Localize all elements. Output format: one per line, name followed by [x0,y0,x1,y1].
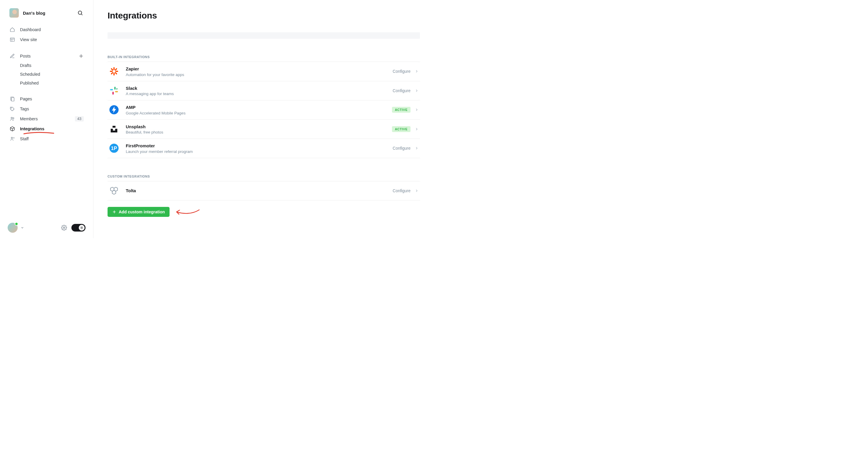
nav-label: Tags [20,106,29,111]
sidebar-footer [0,223,93,233]
settings-button[interactable] [61,225,67,231]
nav-integrations[interactable]: Integrations [5,124,88,134]
sun-icon [80,226,84,230]
nav-dashboard[interactable]: Dashboard [5,25,88,35]
nav-label: View site [20,37,37,42]
chevron-right-icon [414,146,419,150]
nav-pages[interactable]: Pages [5,94,88,104]
svg-point-0 [78,11,82,14]
pages-icon [9,96,15,102]
firstpromoter-icon: 1P [109,143,119,154]
nav: Dashboard View site Posts Drafts [0,25,93,150]
configure-link[interactable]: Configure [393,69,410,74]
nav-tags[interactable]: Tags [5,104,88,114]
svg-line-18 [83,229,83,229]
site-avatar [9,8,19,18]
members-count-badge: 43 [75,116,84,122]
search-icon [77,10,83,16]
integration-unsplash[interactable]: Unsplash Beautiful, free photos ACTIVE [107,120,420,139]
nav-published[interactable]: Published [5,79,88,88]
nav-scheduled[interactable]: Scheduled [5,70,88,79]
svg-text:1P: 1P [111,145,117,151]
nav-members[interactable]: Members 43 [5,114,88,124]
svg-rect-29 [111,68,114,71]
nav-label: Pages [20,97,32,101]
svg-rect-23 [114,67,115,70]
svg-line-22 [83,227,83,227]
nav-view-site[interactable]: View site [5,35,88,45]
add-custom-integration-button[interactable]: Add custom integration [107,207,169,217]
integration-zapier[interactable]: Zapier Automation for your favorite apps… [107,62,420,81]
svg-rect-36 [113,126,116,128]
configure-link[interactable]: Configure [393,189,410,193]
staff-icon [9,136,15,142]
svg-point-12 [11,137,12,139]
svg-line-21 [81,229,81,229]
integration-name: AMP [126,104,392,110]
nav-label: Published [20,81,39,86]
svg-rect-8 [11,98,14,101]
add-button-label: Add custom integration [119,209,165,214]
svg-rect-27 [115,68,118,71]
svg-line-17 [81,227,81,227]
nav-posts[interactable]: Posts [5,51,88,61]
tag-icon [9,106,15,112]
svg-line-1 [82,14,83,15]
svg-rect-32 [115,91,118,92]
integration-name: FirstPromoter [126,143,393,149]
filter-bar[interactable] [107,32,420,39]
amp-icon [109,104,119,115]
svg-point-10 [11,117,12,119]
integration-firstpromoter[interactable]: 1P FirstPromoter Launch your member refe… [107,139,420,158]
user-menu[interactable] [8,223,24,233]
sidebar: Dan's blog Dashboard View site [0,0,93,238]
box-icon [9,126,15,132]
annotation-arrow [174,207,201,216]
nav-label: Integrations [20,127,44,131]
custom-section-label: Custom integrations [107,175,420,178]
chevron-right-icon [414,189,419,193]
gear-icon [61,225,67,231]
user-avatar [8,223,18,233]
builtin-section-label: Built-in integrations [107,55,420,59]
integration-desc: A messaging app for teams [126,92,393,96]
integration-desc: Automation for your favorite apps [126,72,393,77]
svg-rect-34 [110,89,113,90]
integration-amp[interactable]: AMP Google Accelerated Mobile Pages ACTI… [107,100,420,120]
new-post-button[interactable] [79,54,84,59]
nav-label: Scheduled [20,72,40,77]
zapier-icon [109,66,119,77]
custom-integration-list: Tolta Configure [107,181,420,200]
plus-icon [112,210,116,214]
nav-label: Drafts [20,63,31,68]
svg-rect-28 [111,72,114,75]
chevron-right-icon [414,89,419,93]
svg-point-13 [63,227,65,229]
svg-point-9 [11,108,12,108]
nav-label: Dashboard [20,27,41,32]
chevron-right-icon [414,69,419,73]
svg-rect-2 [10,38,14,41]
nav-staff[interactable]: Staff [5,134,88,144]
search-button[interactable] [77,9,84,16]
configure-link[interactable]: Configure [393,146,410,150]
integration-name: Tolta [126,188,393,194]
configure-link[interactable]: Configure [393,88,410,93]
svg-rect-25 [110,71,113,72]
builtin-integration-list: Zapier Automation for your favorite apps… [107,62,420,158]
nav-drafts[interactable]: Drafts [5,61,88,70]
main-content: Integrations Built-in integrations Zapie… [93,0,434,238]
site-selector[interactable]: Dan's blog [9,8,45,18]
nav-label: Posts [20,54,31,58]
svg-rect-24 [114,73,115,76]
integration-tolta[interactable]: Tolta Configure [107,181,420,200]
chevron-right-icon [414,108,419,112]
slack-icon [109,86,119,96]
svg-point-14 [81,227,83,229]
members-icon [9,116,15,122]
integration-name: Zapier [126,66,393,72]
theme-toggle[interactable] [71,224,86,232]
custom-integration-icon [109,185,119,196]
integration-slack[interactable]: Slack A messaging app for teams Configur… [107,81,420,101]
nav-label: Members [20,116,38,121]
